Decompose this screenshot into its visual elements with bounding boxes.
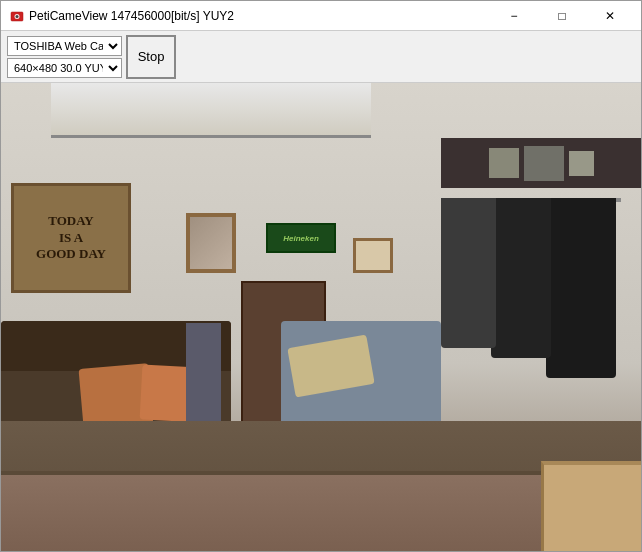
clothes-rack xyxy=(441,138,641,418)
title-bar: PetiCameView 147456000[bit/s] YUY2 − □ ✕ xyxy=(1,1,641,31)
dropdowns: TOSHIBA Web Cam 640×480 30.0 YUY xyxy=(7,36,122,78)
window-controls: − □ ✕ xyxy=(491,1,633,31)
stop-button[interactable]: Stop xyxy=(126,35,176,79)
svg-point-2 xyxy=(16,15,19,18)
heineken-sign: Heineken xyxy=(266,223,336,253)
resolution-dropdown[interactable]: 640×480 30.0 YUY xyxy=(7,58,122,78)
app-icon xyxy=(9,8,25,24)
clothing-1 xyxy=(546,198,616,378)
sign-text: TODAY IS A GOOD DAY xyxy=(36,213,106,264)
camera-dropdown[interactable]: TOSHIBA Web Cam xyxy=(7,36,122,56)
picture-frame-1 xyxy=(186,213,236,273)
maximize-button[interactable]: □ xyxy=(539,1,585,31)
clothing-2 xyxy=(491,198,551,358)
main-window: PetiCameView 147456000[bit/s] YUY2 − □ ✕… xyxy=(0,0,642,552)
minimize-button[interactable]: − xyxy=(491,1,537,31)
close-button[interactable]: ✕ xyxy=(587,1,633,31)
clothing-3 xyxy=(441,198,496,348)
wall-sign: TODAY IS A GOOD DAY xyxy=(11,183,131,293)
camera-feed: TODAY IS A GOOD DAY Heineken xyxy=(1,83,641,551)
table-right-section xyxy=(541,461,641,551)
frame-1-image xyxy=(190,217,232,269)
heineken-text: Heineken xyxy=(283,234,319,243)
toolbar: TOSHIBA Web Cam 640×480 30.0 YUY Stop xyxy=(1,31,641,83)
room-scene: TODAY IS A GOOD DAY Heineken xyxy=(1,83,641,551)
picture-frame-2 xyxy=(353,238,393,273)
chair-pillow xyxy=(287,334,374,397)
window-title: PetiCameView 147456000[bit/s] YUY2 xyxy=(29,9,491,23)
room-window xyxy=(51,83,371,138)
